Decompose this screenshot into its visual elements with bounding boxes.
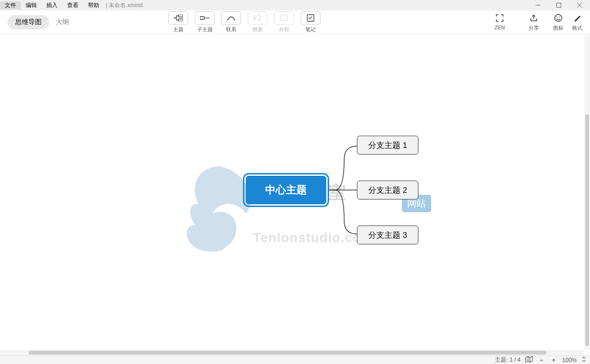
connectors	[326, 136, 359, 244]
svg-rect-8	[281, 15, 287, 21]
map-overview-icon[interactable]	[525, 356, 533, 364]
view-outline-button[interactable]: 大纲	[56, 18, 69, 26]
relation-icon	[221, 11, 241, 25]
zoom-level-label[interactable]: 100%	[562, 357, 577, 364]
view-mindmap-button[interactable]: 思维导图	[8, 15, 49, 29]
maximize-button[interactable]	[548, 0, 569, 10]
title-bar: 文件 编辑 插入 查看 帮助 | 未命名.xmind	[0, 0, 590, 10]
svg-rect-5	[179, 19, 183, 21]
minimize-button[interactable]	[528, 0, 548, 10]
zoom-dropdown-icon[interactable]	[581, 356, 586, 364]
share-icon	[529, 13, 539, 23]
status-bar: 主题: 1 / 4 − + 100%	[0, 355, 590, 364]
topic-icon	[168, 11, 188, 25]
zoom-out-button[interactable]: −	[538, 357, 545, 364]
branch-topic-1[interactable]: 分支主题 1	[357, 136, 418, 155]
close-button[interactable]	[569, 0, 590, 10]
toolbar: 思维导图 大纲 主题 子主题 联系 概要 外框 笔记 Z	[0, 10, 590, 34]
menu-file[interactable]: 文件	[0, 1, 21, 9]
horizontal-scrollbar[interactable]	[0, 350, 584, 355]
topic-button[interactable]: 主题	[168, 11, 188, 33]
svg-rect-1	[557, 3, 561, 8]
zoom-in-button[interactable]: +	[550, 357, 557, 364]
central-topic[interactable]: 中心主题	[246, 176, 326, 204]
menu-help[interactable]: 帮助	[83, 1, 104, 9]
share-button[interactable]: 分享	[529, 13, 539, 32]
subtopic-icon	[195, 11, 215, 25]
menu-view[interactable]: 查看	[62, 1, 83, 9]
summary-icon	[248, 11, 268, 25]
boundary-button[interactable]: 外框	[274, 11, 294, 33]
relation-button[interactable]: 联系	[221, 11, 241, 33]
svg-rect-4	[179, 15, 183, 17]
filename-label: | 未命名.xmind	[106, 1, 143, 9]
canvas[interactable]: 腾龙工作室 网站 Tenlonstudio.com 中心主题 分支主题 1 分支…	[0, 34, 584, 350]
watermark-url: Tenlonstudio.com	[253, 230, 373, 245]
boundary-icon	[274, 11, 294, 25]
notes-button[interactable]: 笔记	[301, 11, 321, 33]
svg-point-11	[556, 17, 557, 17]
branch-topic-2[interactable]: 分支主题 2	[357, 181, 418, 199]
menu-edit[interactable]: 编辑	[21, 1, 42, 9]
subtopic-button[interactable]: 子主题	[195, 11, 215, 33]
markers-button[interactable]: 图标	[553, 13, 564, 32]
menu-insert[interactable]: 插入	[42, 1, 62, 9]
brush-icon	[572, 13, 582, 23]
zen-button[interactable]: ZEN	[495, 13, 505, 32]
summary-button[interactable]: 概要	[248, 11, 268, 33]
svg-point-12	[559, 17, 560, 17]
branch-topic-3[interactable]: 分支主题 3	[357, 225, 418, 244]
topic-count-label: 主题: 1 / 4	[495, 356, 521, 364]
smiley-icon	[553, 13, 564, 23]
notes-icon	[301, 11, 321, 25]
format-button[interactable]: 格式	[572, 13, 582, 32]
svg-point-10	[555, 14, 562, 21]
fullscreen-icon	[495, 13, 505, 23]
vertical-scrollbar[interactable]	[584, 34, 590, 350]
svg-rect-6	[200, 17, 204, 19]
